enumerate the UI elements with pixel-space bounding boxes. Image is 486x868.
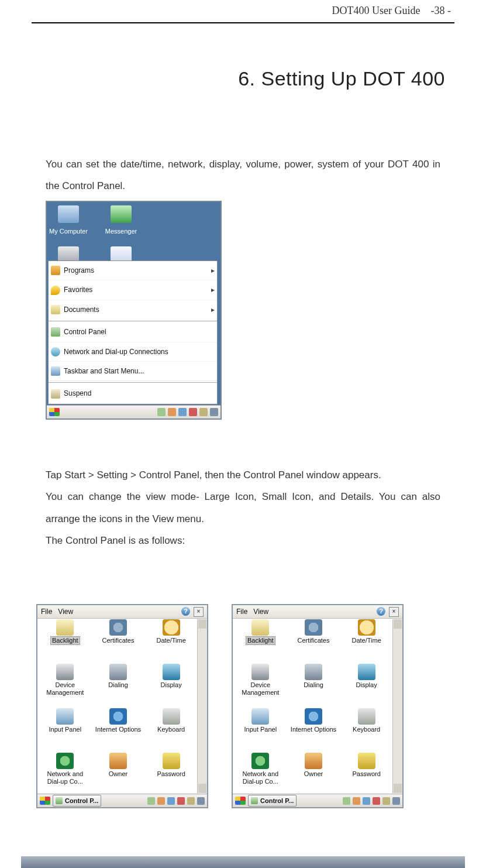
- desktop-icon-label: Messenger: [101, 224, 142, 238]
- tray-icon[interactable]: [168, 408, 176, 416]
- cp-item-backlight[interactable]: Backlight: [40, 619, 91, 664]
- taskbar-button-control-panel[interactable]: Control P...: [248, 795, 297, 807]
- cp-item-password[interactable]: Password: [146, 753, 197, 797]
- internet-options-icon: [305, 708, 322, 725]
- tray-icon[interactable]: [157, 408, 166, 416]
- cp-item-internet-options[interactable]: Internet Options: [288, 708, 339, 753]
- scrollbar[interactable]: [197, 619, 207, 793]
- menu-file[interactable]: File: [236, 608, 247, 616]
- start-menu-programs[interactable]: Programs ▸: [49, 261, 217, 280]
- display-icon: [163, 664, 180, 680]
- chevron-right-icon: ▸: [211, 282, 215, 297]
- tray-icon[interactable]: [178, 408, 187, 416]
- scrollbar[interactable]: [392, 619, 402, 793]
- footer-band: [21, 856, 465, 868]
- body-mid: Tap Start > Setting > Control Panel, the…: [46, 464, 440, 552]
- tray-icon[interactable]: [343, 797, 350, 805]
- cp-item-display[interactable]: Display: [341, 664, 392, 708]
- cp-item-password[interactable]: Password: [341, 753, 392, 797]
- taskbar: [47, 405, 220, 418]
- tray-icon[interactable]: [353, 797, 360, 805]
- doc-title: DOT400 User Guide: [332, 5, 420, 16]
- screenshot-control-panel-1: File View ? × Backlight Certificates Dat…: [36, 604, 208, 808]
- paragraph-1: You can set the date/time, network, disp…: [46, 153, 440, 197]
- programs-icon: [51, 266, 60, 275]
- start-menu-label: Favorites: [64, 282, 92, 297]
- screenshot-control-panel-2: File View ? × Backlight Certificates Dat…: [232, 604, 404, 808]
- tray-icon[interactable]: [187, 797, 195, 805]
- cp-item-certificates[interactable]: Certificates: [288, 619, 339, 664]
- certificates-icon: [109, 619, 127, 636]
- start-button-icon[interactable]: [49, 408, 60, 416]
- taskbar-button-label: Control P...: [260, 797, 294, 804]
- cp-item-network[interactable]: Network and Dial-up Co...: [235, 753, 286, 797]
- keyboard-icon: [163, 708, 180, 725]
- start-menu-label: Documents: [64, 302, 99, 317]
- control-panel-grid: Backlight Certificates Date/Time Device …: [40, 619, 197, 793]
- cp-item-internet-options[interactable]: Internet Options: [93, 708, 144, 753]
- close-icon[interactable]: ×: [194, 607, 204, 617]
- cp-item-input-panel[interactable]: Input Panel: [40, 708, 91, 753]
- tray-icon[interactable]: [382, 797, 390, 805]
- desktop-icon-my-computer[interactable]: My Computer: [48, 205, 89, 238]
- chevron-right-icon: ▸: [211, 263, 215, 278]
- sip-icon[interactable]: [392, 797, 400, 805]
- control-panel-icon: [56, 797, 63, 804]
- cp-item-device-management[interactable]: Device Management: [235, 664, 286, 708]
- keyboard-icon: [358, 708, 375, 725]
- start-button-icon[interactable]: [40, 797, 50, 805]
- cp-item-dialing[interactable]: Dialing: [93, 664, 144, 708]
- desktop-icon-messenger[interactable]: Messenger: [101, 205, 142, 238]
- suspend-icon: [51, 389, 60, 399]
- tray-icon[interactable]: [147, 797, 155, 805]
- page: DOT400 User Guide -38 - 6. Setting Up DO…: [0, 0, 486, 868]
- tray-icon[interactable]: [373, 797, 380, 805]
- start-menu-suspend[interactable]: Suspend: [49, 384, 217, 403]
- cp-item-dialing[interactable]: Dialing: [288, 664, 339, 708]
- cp-item-certificates[interactable]: Certificates: [93, 619, 144, 664]
- tray-icon[interactable]: [157, 797, 165, 805]
- dialing-icon: [109, 664, 127, 680]
- tray-icon[interactable]: [189, 408, 197, 416]
- cp-item-input-panel[interactable]: Input Panel: [235, 708, 286, 753]
- cp-item-owner[interactable]: Owner: [93, 753, 144, 797]
- cp-item-network[interactable]: Network and Dial-up Co...: [40, 753, 91, 797]
- tray-icon[interactable]: [363, 797, 370, 805]
- paragraph-3: You can change the view mode- Large Icon…: [46, 486, 440, 530]
- sip-icon[interactable]: [197, 797, 205, 805]
- cp-item-datetime[interactable]: Date/Time: [146, 619, 197, 664]
- start-menu-documents[interactable]: Documents ▸: [49, 300, 217, 320]
- cp-item-owner[interactable]: Owner: [288, 753, 339, 797]
- dialing-icon: [305, 664, 322, 680]
- cp-item-keyboard[interactable]: Keyboard: [341, 708, 392, 753]
- start-menu-taskbar[interactable]: Taskbar and Start Menu...: [49, 362, 217, 381]
- cp-item-display[interactable]: Display: [146, 664, 197, 708]
- menubar: File View ? ×: [37, 605, 207, 619]
- cp-item-device-management[interactable]: Device Management: [40, 664, 91, 708]
- tray-icon[interactable]: [177, 797, 185, 805]
- start-menu-control-panel[interactable]: Control Panel: [49, 323, 217, 342]
- start-menu-label: Control Panel: [64, 324, 106, 339]
- tray-icon[interactable]: [199, 408, 208, 416]
- menu-view[interactable]: View: [253, 608, 268, 616]
- start-menu-favorites[interactable]: Favorites ▸: [49, 280, 217, 300]
- sip-icon[interactable]: [210, 408, 218, 416]
- favorites-icon: [51, 286, 60, 295]
- menu-file[interactable]: File: [41, 608, 52, 616]
- cp-item-datetime[interactable]: Date/Time: [341, 619, 392, 664]
- clock-icon: [358, 619, 375, 636]
- device-mgmt-icon: [251, 664, 269, 680]
- start-menu-label: Taskbar and Start Menu...: [64, 363, 144, 379]
- taskbar-button-control-panel[interactable]: Control P...: [53, 795, 101, 807]
- close-icon[interactable]: ×: [389, 607, 399, 617]
- help-icon[interactable]: ?: [377, 607, 385, 616]
- cp-item-backlight[interactable]: Backlight: [235, 619, 286, 664]
- start-button-icon[interactable]: [235, 797, 246, 805]
- help-icon[interactable]: ?: [181, 607, 190, 616]
- cp-item-keyboard[interactable]: Keyboard: [146, 708, 197, 753]
- control-panel-grid: Backlight Certificates Date/Time Device …: [235, 619, 392, 793]
- start-menu-network[interactable]: Network and Dial-up Connections: [49, 342, 217, 362]
- page-number: -38 -: [431, 5, 451, 16]
- tray-icon[interactable]: [167, 797, 175, 805]
- menu-view[interactable]: View: [58, 608, 73, 616]
